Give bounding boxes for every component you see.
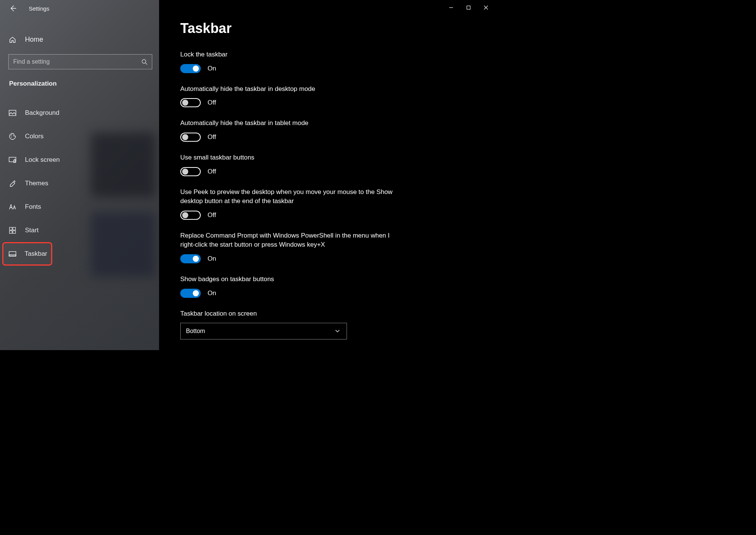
palette-icon: [8, 133, 17, 140]
setting-label: Automatically hide the taskbar in deskto…: [180, 84, 404, 94]
window-controls: [442, 0, 495, 15]
setting-label: Taskbar location on screen: [180, 309, 404, 319]
svg-rect-6: [9, 157, 16, 162]
main-content: Taskbar Lock the taskbarOnAutomatically …: [159, 0, 495, 350]
sidebar-item-label: Themes: [25, 180, 48, 187]
setting-toggle: Automatically hide the taskbar in tablet…: [180, 119, 404, 142]
taskbar-icon: [9, 251, 16, 257]
sidebar: Settings Home Personalization: [0, 0, 159, 350]
toggle-switch[interactable]: [180, 64, 201, 73]
svg-rect-13: [9, 255, 16, 256]
toggle-state-label: Off: [208, 168, 216, 175]
sidebar-item-label: Fonts: [25, 203, 41, 211]
svg-point-5: [11, 137, 12, 138]
themes-icon: [8, 180, 17, 187]
svg-rect-10: [9, 231, 12, 233]
minimize-button[interactable]: [442, 0, 460, 15]
setting-label: Automatically hide the taskbar in tablet…: [180, 119, 404, 128]
dropdown-value: Bottom: [186, 328, 205, 335]
setting-label: Lock the taskbar: [180, 50, 404, 59]
setting-label: Show badges on taskbar buttons: [180, 275, 404, 284]
sidebar-item-colors[interactable]: Colors: [0, 125, 159, 148]
taskbar-location-dropdown[interactable]: Bottom: [180, 323, 347, 339]
setting-label: Use Peek to preview the desktop when you…: [180, 188, 404, 206]
toggle-state-label: Off: [208, 133, 216, 141]
search-icon: [141, 59, 147, 65]
sidebar-item-lock-screen[interactable]: Lock screen: [0, 148, 159, 172]
search-box[interactable]: [8, 54, 152, 69]
sidebar-item-themes[interactable]: Themes: [0, 172, 159, 195]
toggle-switch[interactable]: [180, 289, 201, 298]
category-label: Personalization: [0, 69, 159, 93]
svg-rect-11: [13, 231, 16, 233]
toggle-state-label: Off: [208, 99, 216, 106]
page-title: Taskbar: [180, 20, 473, 36]
setting-toggle: Use small taskbar buttonsOff: [180, 153, 404, 176]
toggle-switch[interactable]: [180, 254, 201, 263]
fonts-icon: [8, 204, 17, 210]
chevron-down-icon: [334, 328, 341, 335]
setting-taskbar-location: Taskbar location on screen Bottom: [180, 309, 404, 340]
toggle-switch[interactable]: [180, 98, 201, 107]
svg-rect-8: [9, 227, 12, 230]
svg-rect-0: [467, 6, 470, 9]
toggle-state-label: On: [208, 289, 216, 297]
toggle-switch[interactable]: [180, 211, 201, 220]
sidebar-nav: Background Colors Lock screen: [0, 101, 159, 266]
svg-point-3: [11, 135, 11, 136]
svg-rect-9: [13, 227, 16, 230]
setting-label: Replace Command Prompt with Windows Powe…: [180, 231, 404, 250]
titlebar: Settings: [0, 0, 159, 17]
toggle-state-label: On: [208, 255, 216, 263]
toggle-switch[interactable]: [180, 167, 201, 176]
svg-rect-7: [14, 160, 16, 163]
maximize-button[interactable]: [460, 0, 477, 15]
svg-point-4: [11, 134, 12, 135]
toggle-switch[interactable]: [180, 133, 201, 142]
toggle-state-label: On: [208, 65, 216, 72]
sidebar-home[interactable]: Home: [0, 30, 159, 50]
home-label: Home: [25, 36, 43, 44]
back-button[interactable]: [8, 3, 18, 14]
setting-toggle: Automatically hide the taskbar in deskto…: [180, 84, 404, 108]
start-icon: [8, 227, 17, 234]
app-title: Settings: [29, 5, 49, 12]
svg-point-1: [142, 59, 146, 63]
setting-toggle: Use Peek to preview the desktop when you…: [180, 188, 404, 220]
settings-window: Settings Home Personalization: [0, 0, 495, 350]
sidebar-item-label: Lock screen: [25, 156, 60, 164]
setting-toggle: Replace Command Prompt with Windows Powe…: [180, 231, 404, 263]
sidebar-item-fonts[interactable]: Fonts: [0, 195, 159, 219]
close-button[interactable]: [477, 0, 495, 15]
sidebar-item-label: Colors: [25, 133, 44, 140]
sidebar-item-label: Background: [25, 109, 59, 117]
toggle-state-label: Off: [208, 211, 216, 219]
lock-screen-icon: [8, 157, 17, 163]
sidebar-item-label: Start: [25, 227, 39, 234]
sidebar-item-start[interactable]: Start: [0, 219, 159, 242]
setting-label: Use small taskbar buttons: [180, 153, 404, 163]
picture-icon: [8, 110, 17, 116]
sidebar-item-taskbar[interactable]: Taskbar: [2, 242, 52, 266]
svg-rect-2: [9, 110, 16, 116]
sidebar-item-background[interactable]: Background: [0, 101, 159, 125]
sidebar-item-label: Taskbar: [25, 250, 47, 258]
setting-toggle: Lock the taskbarOn: [180, 50, 404, 73]
home-icon: [8, 36, 17, 44]
setting-toggle: Show badges on taskbar buttonsOn: [180, 275, 404, 298]
search-input[interactable]: [13, 58, 141, 65]
